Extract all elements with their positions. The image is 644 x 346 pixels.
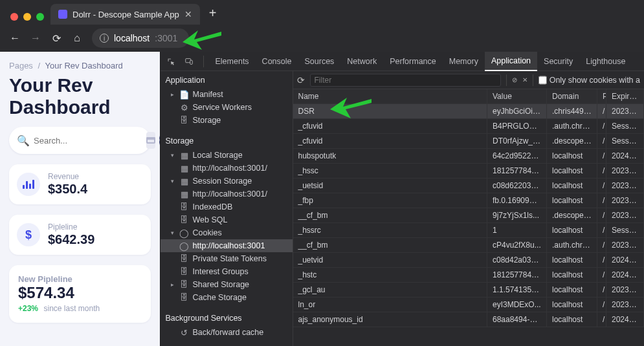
col-expires-[interactable]: Expires... xyxy=(606,89,644,104)
table-icon: ▦ xyxy=(180,177,189,186)
devtools-panel: ElementsConsoleSourcesNetworkPerformance… xyxy=(160,52,645,346)
devtools-tab-application[interactable]: Application xyxy=(485,52,537,71)
breadcrumb-root[interactable]: Pages xyxy=(9,61,33,70)
new-pipeline-card[interactable]: New Pipleline $574.34 +23% since last mo… xyxy=(9,265,151,323)
col-domain[interactable]: Domain xyxy=(547,89,597,104)
tree-local-storage-origin[interactable]: ▦http://localhost:3001/ xyxy=(161,162,293,175)
browser-chrome: Dolrr - Descope Sample App ✕ + ← → ⟳ ⌂ i… xyxy=(0,0,644,52)
devtools-tab-memory[interactable]: Memory xyxy=(443,52,485,71)
tree-cookies[interactable]: ▾◯Cookies xyxy=(161,226,293,239)
reload-button[interactable]: ⟳ xyxy=(50,32,62,45)
search-bar[interactable]: 🔍 CC xyxy=(9,127,151,154)
devtools-side-tree[interactable]: Application ▸📄Manifest ⚙︎Service Workers… xyxy=(161,71,293,346)
new-tab-button[interactable]: + xyxy=(209,6,217,21)
tree-session-storage-origin[interactable]: ▦http://localhost:3001/ xyxy=(161,188,293,200)
window-controls[interactable] xyxy=(6,13,50,25)
svg-rect-1 xyxy=(190,60,192,64)
revenue-card[interactable]: Revenue $350.4 xyxy=(9,164,151,204)
url-host: localhost xyxy=(114,33,150,43)
close-tab-icon[interactable]: ✕ xyxy=(184,9,192,19)
only-cookies-checkbox[interactable]: Only show cookies with a xyxy=(539,74,640,87)
toggle-layout-icon[interactable] xyxy=(146,132,155,149)
pipeline-card[interactable]: $ Pipleline $642.39 xyxy=(9,215,151,255)
filter-input[interactable] xyxy=(310,74,501,87)
new-pipeline-value: $574.34 xyxy=(18,284,142,302)
breadcrumb-current: Your Rev Dashboard xyxy=(45,61,123,70)
devtools-main: ⟳ ⊘ ✕ Only show cookies with a NameValue… xyxy=(293,71,645,346)
cookie-row[interactable]: _hssc181257784.3...localhost/2023-0... xyxy=(293,164,644,178)
tree-local-storage[interactable]: ▾▦Local Storage xyxy=(161,149,293,162)
favicon-icon xyxy=(58,10,67,19)
tree-indexeddb[interactable]: 🗄︎IndexedDB xyxy=(161,200,293,213)
clear-all-icon[interactable]: ✕ xyxy=(522,76,527,83)
new-pipeline-delta-since: since last month xyxy=(43,304,100,313)
devtools-tab-performance[interactable]: Performance xyxy=(383,52,443,71)
home-button[interactable]: ⌂ xyxy=(71,32,83,44)
tree-storage-summary[interactable]: 🗄︎Storage xyxy=(161,114,293,127)
cookie-row[interactable]: _hssrc1localhost/Session xyxy=(293,223,644,238)
clear-filter-icon[interactable]: ⊘ xyxy=(512,76,517,83)
tree-private-state-tokens[interactable]: 🗄︎Private State Tokens xyxy=(161,252,293,265)
minimize-window-icon[interactable] xyxy=(23,13,31,21)
dollar-icon: $ xyxy=(17,223,40,246)
back-button[interactable]: ← xyxy=(9,32,21,44)
device-icon[interactable] xyxy=(183,55,195,68)
section-storage: Storage xyxy=(161,132,293,149)
cookie-row[interactable]: _uetvidc08d42a030...localhost/2024-0... xyxy=(293,253,644,268)
page-title: Your Rev Dashboard xyxy=(9,74,151,118)
tree-manifest[interactable]: ▸📄Manifest xyxy=(161,88,293,101)
clock-icon: ↺ xyxy=(180,328,189,337)
cookie-row[interactable]: _hstc181257784.6...localhost/2024-0... xyxy=(293,268,644,283)
refresh-icon[interactable]: ⟳ xyxy=(297,75,305,85)
database-icon: 🗄︎ xyxy=(180,116,189,125)
browser-tab[interactable]: Dolrr - Descope Sample App ✕ xyxy=(50,4,200,25)
cookie-row[interactable]: _gcl_au1.1.5741351...localhost/2023-1... xyxy=(293,283,644,297)
cookie-row[interactable]: __cf_bm9j7zYjSx1ls....descope..../2023-0… xyxy=(293,208,644,223)
database-icon: 🗄︎ xyxy=(180,293,189,302)
cookies-table-wrap[interactable]: NameValueDomainPExpires... DSReyJhbGciOi… xyxy=(293,89,645,346)
address-bar[interactable]: i localhost:3001 xyxy=(92,28,189,48)
inspect-icon[interactable] xyxy=(164,55,177,68)
col-value[interactable]: Value xyxy=(487,89,547,104)
tree-cookies-origin[interactable]: ◯http://localhost:3001 xyxy=(161,239,293,252)
cookie-row[interactable]: ln_oreyI3MDExO...localhost/2023-0... xyxy=(293,297,644,312)
tree-websql[interactable]: 🗄︎Web SQL xyxy=(161,213,293,226)
revenue-value: $350.4 xyxy=(48,182,87,197)
cookie-row[interactable]: DSReyJhbGciOiJ....chris4490.../2023-0... xyxy=(293,104,644,119)
cookie-row[interactable]: _uetsidc08d622030...localhost/2023-0... xyxy=(293,178,644,193)
cookie-row[interactable]: hubspotutk64c2d95220...localhost/2024-0.… xyxy=(293,149,644,164)
tree-service-workers[interactable]: ⚙︎Service Workers xyxy=(161,101,293,114)
tree-shared-storage[interactable]: ▸🗄︎Shared Storage xyxy=(161,278,293,291)
col-name[interactable]: Name xyxy=(293,89,487,104)
tree-session-storage[interactable]: ▾▦Session Storage xyxy=(161,175,293,188)
devtools-tab-elements[interactable]: Elements xyxy=(209,52,256,71)
cookie-row[interactable]: _fbpfb.0.1690915...localhost/2023-1... xyxy=(293,193,644,208)
devtools-tabs: ElementsConsoleSourcesNetworkPerformance… xyxy=(161,52,645,71)
app-panel: Pages / Your Rev Dashboard Your Rev Dash… xyxy=(0,52,160,346)
devtools-tab-sources[interactable]: Sources xyxy=(298,52,340,71)
tree-cache-storage[interactable]: 🗄︎Cache Storage xyxy=(161,291,293,304)
maximize-window-icon[interactable] xyxy=(36,13,44,21)
devtools-tab-lighthouse[interactable]: Lighthouse xyxy=(579,52,632,71)
tree-interest-groups[interactable]: 🗄︎Interest Groups xyxy=(161,265,293,278)
pipeline-label: Pipleline xyxy=(48,222,94,232)
address-row: ← → ⟳ ⌂ i localhost:3001 xyxy=(0,25,644,52)
cookie-row[interactable]: _cfuvidB4PRGLOVz....auth.chris.../Sessio… xyxy=(293,119,644,134)
devtools-tab-console[interactable]: Console xyxy=(256,52,298,71)
close-window-icon[interactable] xyxy=(10,13,18,21)
col-p[interactable]: P xyxy=(597,89,606,104)
site-info-icon[interactable]: i xyxy=(100,34,109,43)
cookies-table: NameValueDomainPExpires... DSReyJhbGciOi… xyxy=(293,89,645,327)
cookie-row[interactable]: _cfuvidDT0rfAjzw_R....descope..../Sessio… xyxy=(293,134,644,149)
devtools-tab-network[interactable]: Network xyxy=(340,52,383,71)
cookie-row[interactable]: ajs_anonymous_id68aa8494-8a...localhost/… xyxy=(293,312,644,327)
tab-title: Dolrr - Descope Sample App xyxy=(72,10,179,19)
forward-button[interactable]: → xyxy=(30,32,41,44)
search-input[interactable] xyxy=(34,136,142,146)
bar-chart-icon xyxy=(17,173,40,196)
cookie-row[interactable]: __cf_bmcP4vu2fX8u....auth.chris.../2023-… xyxy=(293,238,644,253)
devtools-tab-security[interactable]: Security xyxy=(537,52,579,71)
search-icon: 🔍 xyxy=(17,135,30,147)
document-icon: 📄 xyxy=(180,90,189,99)
tree-back-forward-cache[interactable]: ↺Back/forward cache xyxy=(161,326,293,339)
